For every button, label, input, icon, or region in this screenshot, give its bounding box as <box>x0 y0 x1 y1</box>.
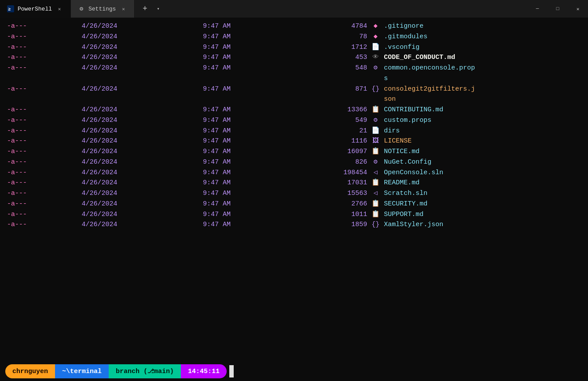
file-mode: -a--- <box>5 126 80 136</box>
file-date: 4/26/2024 <box>80 63 201 73</box>
table-row: -a--- 4/26/2024 9:47 AM 198454 ◁ OpenCon… <box>5 168 583 178</box>
file-time: 9:47 AM <box>201 147 285 157</box>
file-date: 4/26/2024 <box>80 115 201 126</box>
file-time: 9:47 AM <box>201 178 285 188</box>
file-date: 4/26/2024 <box>80 42 201 53</box>
file-icon: ⚙ <box>369 157 382 168</box>
file-name: CONTRIBUTING.md <box>382 105 583 115</box>
svg-text:≥: ≥ <box>8 7 11 12</box>
file-date: 4/26/2024 <box>80 52 201 63</box>
file-date: 4/26/2024 <box>80 178 201 188</box>
status-branch: branch (⎇main) <box>109 364 181 378</box>
minimize-button[interactable]: ─ <box>527 0 548 18</box>
file-icon: 📄 <box>369 126 382 136</box>
table-row: -a--- 4/26/2024 9:47 AM 1859 {} XamlStyl… <box>5 220 583 230</box>
terminal-cursor <box>229 365 234 377</box>
file-time: 9:47 AM <box>201 52 285 63</box>
tab-settings-close[interactable]: ✕ <box>119 5 127 13</box>
status-path: ~\terminal <box>55 364 109 378</box>
file-mode: -a--- <box>5 52 80 63</box>
new-tab-button[interactable]: + <box>138 2 151 15</box>
table-row: -a--- 4/26/2024 9:47 AM 2766 📋 SECURITY.… <box>5 199 583 209</box>
file-time: 9:47 AM <box>201 84 285 95</box>
file-time: 9:47 AM <box>201 105 285 115</box>
terminal-content: -a--- 4/26/2024 9:47 AM 4784 ◆ .gitignor… <box>0 18 588 362</box>
file-size: 21 <box>285 126 369 136</box>
file-mode: -a--- <box>5 63 80 73</box>
file-size: 13366 <box>285 105 369 115</box>
file-date: 4/26/2024 <box>80 126 201 136</box>
file-date: 4/26/2024 <box>80 21 201 32</box>
window-controls: ─ □ ✕ <box>527 0 588 18</box>
status-user: chrnguyen <box>5 364 55 378</box>
table-row: -a--- 4/26/2024 9:47 AM 548 ⚙ common.ope… <box>5 63 583 73</box>
tab-settings[interactable]: Settings ✕ <box>71 0 135 18</box>
file-date: 4/26/2024 <box>80 188 201 199</box>
file-date: 4/26/2024 <box>80 157 201 168</box>
file-name: SECURITY.md <box>382 199 583 209</box>
status-user-label: chrnguyen <box>12 368 48 375</box>
file-time: 9:47 AM <box>201 136 285 147</box>
file-icon: 📋 <box>369 105 382 115</box>
file-time: 9:47 AM <box>201 168 285 178</box>
file-icon: 📄 <box>369 42 382 53</box>
file-time: 9:47 AM <box>201 199 285 209</box>
tab-list: ≥ PowerShell ✕ Settings ✕ + ▾ <box>0 0 527 18</box>
file-size: 78 <box>285 32 369 42</box>
file-time: 9:47 AM <box>201 188 285 199</box>
file-icon: 👁 <box>369 52 382 63</box>
file-icon: ⚙ <box>369 115 382 126</box>
table-row: -a--- 4/26/2024 9:47 AM 1116 🖼 LICENSE <box>5 136 583 147</box>
file-icon: {} <box>369 84 382 95</box>
status-branch-label: branch ( <box>116 368 147 375</box>
status-time: 14:45:11 <box>181 364 227 378</box>
tab-powershell-close[interactable]: ✕ <box>55 5 63 13</box>
svg-point-3 <box>81 8 82 9</box>
file-mode: -a--- <box>5 209 80 220</box>
file-name: LICENSE <box>382 136 583 147</box>
file-icon: ◁ <box>369 168 382 178</box>
file-name: consolegit2gitfilters.j <box>382 84 583 95</box>
status-branch-name: main) <box>154 368 174 375</box>
file-size: 1116 <box>285 136 369 147</box>
table-row: -a--- 4/26/2024 9:47 AM 826 ⚙ NuGet.Conf… <box>5 157 583 168</box>
tab-dropdown-button[interactable]: ▾ <box>153 4 163 14</box>
title-bar: ≥ PowerShell ✕ Settings ✕ + ▾ ─ □ ✕ <box>0 0 588 18</box>
file-time: 9:47 AM <box>201 126 285 136</box>
file-mode: -a--- <box>5 115 80 126</box>
table-row-wrap: son <box>5 94 583 105</box>
status-time-label: 14:45:11 <box>188 368 220 375</box>
file-time: 9:47 AM <box>201 209 285 220</box>
file-name: .gitignore <box>382 21 583 32</box>
tab-actions: + ▾ <box>135 0 166 18</box>
file-icon: ◆ <box>369 21 382 32</box>
close-button[interactable]: ✕ <box>568 0 588 18</box>
file-name: common.openconsole.prop <box>382 63 583 73</box>
file-icon: 📋 <box>369 147 382 157</box>
file-mode: -a--- <box>5 147 80 157</box>
table-row: -a--- 4/26/2024 9:47 AM 78 ◆ .gitmodules <box>5 32 583 42</box>
file-date: 4/26/2024 <box>80 147 201 157</box>
table-row: -a--- 4/26/2024 9:47 AM 13366 📋 CONTRIBU… <box>5 105 583 115</box>
file-size: 4784 <box>285 21 369 32</box>
tab-powershell[interactable]: ≥ PowerShell ✕ <box>0 0 71 18</box>
file-mode: -a--- <box>5 157 80 168</box>
powershell-icon: ≥ <box>7 5 14 12</box>
file-name: OpenConsole.sln <box>382 168 583 178</box>
file-name: dirs <box>382 126 583 136</box>
file-time: 9:47 AM <box>201 157 285 168</box>
file-icon: {} <box>369 220 382 230</box>
file-name: SUPPORT.md <box>382 209 583 220</box>
file-size: 826 <box>285 157 369 168</box>
file-date: 4/26/2024 <box>80 199 201 209</box>
file-mode: -a--- <box>5 105 80 115</box>
file-mode: -a--- <box>5 188 80 199</box>
file-time: 9:47 AM <box>201 21 285 32</box>
file-icon: ⚙ <box>369 63 382 73</box>
file-size: 16097 <box>285 147 369 157</box>
file-date: 4/26/2024 <box>80 84 201 95</box>
table-row: -a--- 4/26/2024 9:47 AM 16097 📋 NOTICE.m… <box>5 147 583 157</box>
file-date: 4/26/2024 <box>80 105 201 115</box>
maximize-button[interactable]: □ <box>548 0 568 18</box>
file-name: Scratch.sln <box>382 188 583 199</box>
